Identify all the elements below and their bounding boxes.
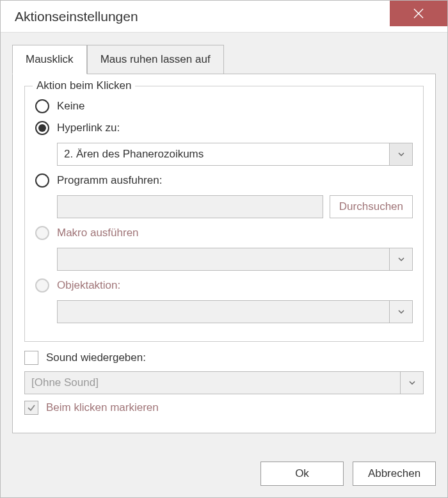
radio-hyperlink-label: Hyperlink zu: bbox=[57, 122, 120, 134]
chevron-down-icon bbox=[397, 308, 405, 316]
object-action-combo bbox=[57, 300, 413, 323]
radio-row-run-program: Programm ausfuhren: bbox=[35, 173, 413, 188]
hyperlink-combo-arrow[interactable] bbox=[389, 143, 412, 165]
close-icon bbox=[413, 8, 424, 19]
radio-run-macro-label: Makro ausführen bbox=[57, 227, 139, 239]
radio-row-object-action: Objektaktion: bbox=[35, 278, 413, 293]
cancel-button[interactable]: Abbrechen bbox=[353, 462, 436, 486]
checkmark-icon bbox=[27, 403, 36, 412]
tab-mousehover[interactable]: Maus ruhen lassen auf bbox=[87, 45, 224, 74]
tab-container: Mausklick Maus ruhen lassen auf Aktion b… bbox=[12, 44, 436, 441]
check-highlight-label: Beim klicken markieren bbox=[46, 401, 159, 414]
check-row-highlight: Beim klicken markieren bbox=[24, 401, 424, 415]
object-action-combo-wrapper bbox=[57, 300, 413, 323]
titlebar: Aktionseinstellungen bbox=[1, 1, 447, 33]
run-program-input[interactable] bbox=[57, 195, 323, 218]
radio-row-run-macro: Makro ausführen bbox=[35, 226, 413, 240]
hyperlink-combo[interactable]: 2. Ären des Phanerozoikums bbox=[57, 143, 413, 166]
tab-bar: Mausklick Maus ruhen lassen auf bbox=[12, 44, 436, 74]
check-play-sound[interactable] bbox=[24, 351, 38, 365]
check-highlight bbox=[24, 401, 38, 415]
chevron-down-icon bbox=[397, 150, 405, 158]
sound-combo-arrow bbox=[400, 372, 423, 394]
radio-none-label: Keine bbox=[57, 100, 84, 113]
hyperlink-combo-wrapper: 2. Ären des Phanerozoikums bbox=[57, 143, 413, 166]
sound-combo-wrapper: [Ohne Sound] bbox=[24, 371, 424, 394]
object-action-combo-value bbox=[58, 301, 389, 323]
tab-panel: Aktion beim Klicken Keine Hyperlink zu: … bbox=[12, 74, 436, 433]
radio-run-program[interactable] bbox=[35, 173, 49, 188]
run-program-row: Durchsuchen bbox=[57, 195, 413, 218]
radio-row-none: Keine bbox=[35, 99, 413, 113]
run-macro-combo bbox=[57, 248, 413, 271]
groupbox-action-on-click: Aktion beim Klicken Keine Hyperlink zu: … bbox=[24, 86, 424, 342]
check-play-sound-label: Sound wiedergeben: bbox=[46, 351, 146, 364]
chevron-down-icon bbox=[408, 379, 416, 387]
hyperlink-combo-value: 2. Ären des Phanerozoikums bbox=[58, 143, 389, 165]
groupbox-legend: Aktion beim Klicken bbox=[33, 79, 135, 92]
dialog-content: Mausklick Maus ruhen lassen auf Aktion b… bbox=[1, 33, 447, 453]
run-macro-combo-arrow bbox=[389, 248, 412, 270]
ok-button[interactable]: Ok bbox=[260, 462, 344, 486]
radio-hyperlink[interactable] bbox=[35, 121, 49, 135]
radio-object-action bbox=[35, 278, 49, 293]
tab-mouseclick[interactable]: Mausklick bbox=[12, 45, 87, 74]
sound-combo: [Ohne Sound] bbox=[24, 371, 424, 394]
window-title: Aktionseinstellungen bbox=[15, 9, 138, 24]
close-button[interactable] bbox=[390, 1, 447, 26]
radio-object-action-label: Objektaktion: bbox=[57, 279, 120, 292]
dialog-footer: Ok Abbrechen bbox=[1, 453, 447, 497]
browse-button[interactable]: Durchsuchen bbox=[330, 195, 413, 218]
run-macro-combo-value bbox=[58, 248, 389, 270]
radio-none[interactable] bbox=[35, 99, 49, 113]
chevron-down-icon bbox=[397, 255, 405, 263]
check-row-play-sound: Sound wiedergeben: bbox=[24, 351, 424, 365]
run-macro-combo-wrapper bbox=[57, 248, 413, 271]
radio-run-macro bbox=[35, 226, 49, 240]
radio-row-hyperlink: Hyperlink zu: bbox=[35, 121, 413, 135]
dialog-window: Aktionseinstellungen Mausklick Maus ruhe… bbox=[0, 0, 448, 498]
object-action-combo-arrow bbox=[389, 301, 412, 323]
sound-combo-value: [Ohne Sound] bbox=[25, 372, 400, 394]
radio-run-program-label: Programm ausfuhren: bbox=[57, 174, 162, 187]
